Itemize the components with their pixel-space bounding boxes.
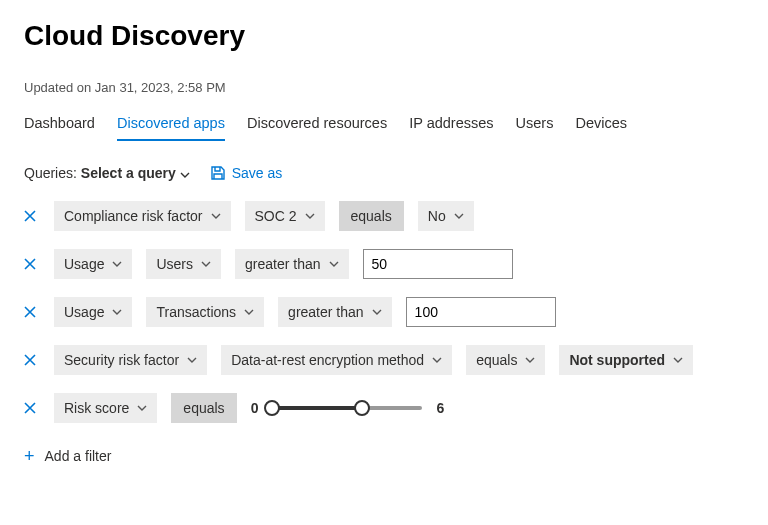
tab-discovered-apps[interactable]: Discovered apps: [117, 109, 225, 141]
chevron-down-icon: [201, 261, 211, 267]
filter-operator[interactable]: equals: [466, 345, 545, 375]
chevron-down-icon: [432, 357, 442, 363]
chevron-down-icon: [187, 357, 197, 363]
range-low-value: 0: [251, 400, 259, 416]
chevron-down-icon: [372, 309, 382, 315]
filter-subfield[interactable]: SOC 2: [245, 201, 325, 231]
range-slider: 06: [251, 398, 445, 418]
remove-filter-button[interactable]: [24, 354, 40, 366]
chevron-down-icon: [137, 405, 147, 411]
filter-field[interactable]: Compliance risk factor: [54, 201, 231, 231]
filter-field[interactable]: Risk score: [54, 393, 157, 423]
tab-ip-addresses[interactable]: IP addresses: [409, 109, 493, 141]
chevron-down-icon: [244, 309, 254, 315]
plus-icon: +: [24, 447, 35, 465]
range-high-value: 6: [436, 400, 444, 416]
filter-row: UsageTransactionsgreater than: [24, 297, 744, 327]
chevron-down-icon: [305, 213, 315, 219]
filter-field[interactable]: Security risk factor: [54, 345, 207, 375]
add-filter-label: Add a filter: [45, 448, 112, 464]
slider-thumb-high[interactable]: [354, 400, 370, 416]
chevron-down-icon: [112, 261, 122, 267]
filter-subfield[interactable]: Transactions: [146, 297, 264, 327]
chevron-down-icon: [454, 213, 464, 219]
filter-value[interactable]: No: [418, 201, 474, 231]
page-title: Cloud Discovery: [24, 20, 744, 52]
filter-row: Risk scoreequals06: [24, 393, 744, 423]
filter-row: UsageUsersgreater than: [24, 249, 744, 279]
slider-track[interactable]: [272, 398, 422, 418]
filters-list: Compliance risk factorSOC 2equalsNoUsage…: [24, 201, 744, 423]
filter-subfield[interactable]: Data-at-rest encryption method: [221, 345, 452, 375]
slider-thumb-low[interactable]: [264, 400, 280, 416]
filter-field[interactable]: Usage: [54, 249, 132, 279]
filter-operator[interactable]: equals: [339, 201, 404, 231]
filter-value-input[interactable]: [363, 249, 513, 279]
tab-dashboard[interactable]: Dashboard: [24, 109, 95, 141]
filter-operator[interactable]: greater than: [235, 249, 349, 279]
filter-row: Security risk factorData-at-rest encrypt…: [24, 345, 744, 375]
remove-filter-button[interactable]: [24, 306, 40, 318]
filter-row: Compliance risk factorSOC 2equalsNo: [24, 201, 744, 231]
save-as-button[interactable]: Save as: [210, 165, 283, 181]
remove-filter-button[interactable]: [24, 402, 40, 414]
filter-field[interactable]: Usage: [54, 297, 132, 327]
remove-filter-button[interactable]: [24, 210, 40, 222]
queries-select[interactable]: Select a query: [81, 165, 190, 181]
tabs: DashboardDiscovered appsDiscovered resou…: [24, 109, 744, 141]
chevron-down-icon: [525, 357, 535, 363]
queries-select-text: Select a query: [81, 165, 176, 181]
chevron-down-icon: [112, 309, 122, 315]
remove-filter-button[interactable]: [24, 258, 40, 270]
chevron-down-icon: [673, 357, 683, 363]
save-as-label: Save as: [232, 165, 283, 181]
filter-value[interactable]: Not supported: [559, 345, 693, 375]
queries-row: Queries: Select a query Save as: [24, 165, 744, 181]
add-filter-button[interactable]: + Add a filter: [24, 447, 111, 465]
filter-operator[interactable]: greater than: [278, 297, 392, 327]
filter-subfield[interactable]: Users: [146, 249, 221, 279]
save-icon: [210, 165, 226, 181]
updated-timestamp: Updated on Jan 31, 2023, 2:58 PM: [24, 80, 744, 95]
queries-label: Queries:: [24, 165, 77, 181]
tab-users[interactable]: Users: [516, 109, 554, 141]
tab-discovered-resources[interactable]: Discovered resources: [247, 109, 387, 141]
filter-value-input[interactable]: [406, 297, 556, 327]
chevron-down-icon: [180, 165, 190, 181]
filter-operator[interactable]: equals: [171, 393, 236, 423]
tab-devices[interactable]: Devices: [575, 109, 627, 141]
chevron-down-icon: [329, 261, 339, 267]
chevron-down-icon: [211, 213, 221, 219]
